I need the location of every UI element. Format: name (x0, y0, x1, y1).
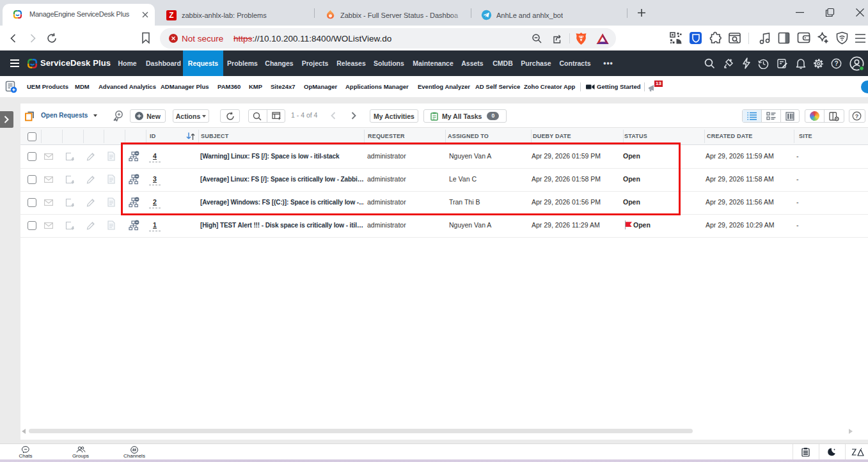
svg-text:?: ? (855, 113, 859, 119)
svg-text:?: ? (834, 60, 838, 67)
